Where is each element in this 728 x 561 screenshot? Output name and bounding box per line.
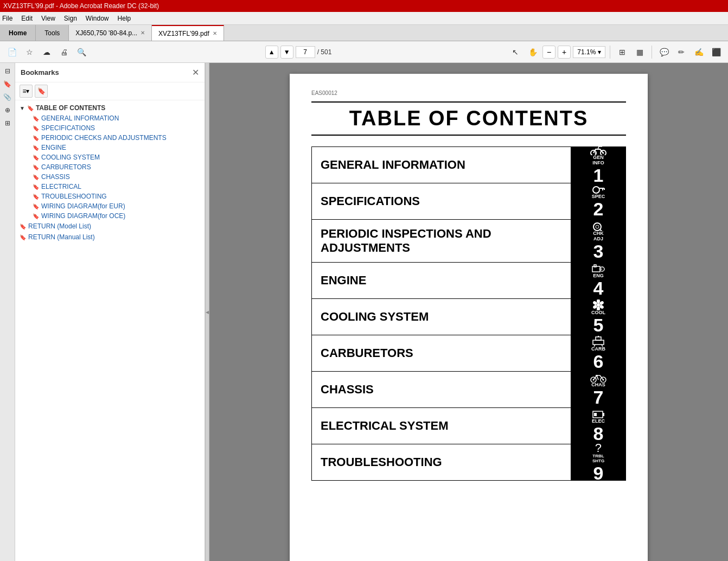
menu-window[interactable]: Window — [86, 15, 109, 22]
toc-label-spec: SPECIFICATIONS — [312, 183, 571, 219]
engine-icon — [591, 264, 605, 273]
badge-inner: SPEC 2 — [592, 184, 605, 218]
content-panel-button[interactable]: ⊞ — [2, 117, 14, 129]
menu-help[interactable]: Help — [118, 15, 131, 22]
badge-num: 3 — [593, 242, 604, 260]
bookmark-troubleshooting[interactable]: 🔖 TROUBLESHOOTING — [15, 192, 205, 201]
pan-tool[interactable]: ✋ — [525, 44, 540, 60]
sidebar-bookmark-button[interactable]: 🔖 — [35, 85, 48, 98]
badge-top: SPEC — [592, 184, 605, 200]
bookmark-icon: 🔖 — [33, 155, 39, 161]
bookmark-label: RETURN (Model List) — [28, 222, 91, 230]
pages-panel-button[interactable]: ⊟ — [2, 65, 14, 77]
page-number-input[interactable] — [296, 46, 315, 58]
export-button[interactable]: ⬛ — [708, 44, 724, 60]
toc-label-periodic: PERIODIC INSPECTIONS AND ADJUSTMENTS — [312, 220, 571, 262]
menu-file[interactable]: File — [2, 15, 12, 22]
print-button[interactable]: 🖨 — [56, 44, 72, 60]
bookmark-engine[interactable]: 🔖 ENGINE — [15, 143, 205, 152]
bookmark-toc-root[interactable]: ▼ 🔖 TABLE OF CONTENTS — [15, 103, 205, 113]
prev-page-button[interactable]: ▲ — [265, 46, 278, 59]
select-tool[interactable]: ↖ — [508, 44, 523, 60]
badge-inner: CHKADJ 3 — [592, 221, 605, 260]
upload-button[interactable]: ☁ — [39, 44, 54, 60]
menu-sign[interactable]: Sign — [64, 15, 77, 22]
sidebar-options-button[interactable]: ≡▾ — [20, 85, 33, 98]
svg-point-30 — [603, 379, 604, 381]
spreadsheet-button[interactable]: ▦ — [632, 44, 647, 60]
toc-row-general[interactable]: GENERAL INFORMATION — [311, 146, 626, 183]
tab-home[interactable]: Home — [0, 25, 36, 41]
badge-num: 5 — [593, 316, 604, 334]
bookmark-label: CHASSIS — [41, 173, 70, 181]
bookmark-icon: 🔖 — [33, 194, 39, 200]
tab-home-label: Home — [9, 29, 27, 37]
tab-doc2[interactable]: XVZ13TFL'99.pdf ✕ — [152, 25, 224, 41]
sidebar-close-button[interactable]: ✕ — [192, 67, 199, 78]
sign-button[interactable]: ✍ — [691, 44, 706, 60]
bookmark-return-manual[interactable]: 🔖 RETURN (Manual List) — [15, 232, 205, 243]
toc-title: TABLE OF CONTENTS — [311, 101, 626, 136]
toc-row-elec[interactable]: ELECTRICAL SYSTEM ELEC 8 — [311, 407, 626, 444]
bookmark-label: ENGINE — [41, 144, 66, 151]
zoom-out-button[interactable]: − — [542, 46, 555, 59]
bookmark-electrical[interactable]: 🔖 ELECTRICAL — [15, 182, 205, 192]
bookmark-specifications[interactable]: 🔖 SPECIFICATIONS — [15, 123, 205, 133]
sidebar-splitter[interactable] — [205, 63, 209, 561]
menu-edit[interactable]: Edit — [21, 15, 33, 22]
comment-button[interactable]: 💬 — [656, 44, 672, 60]
bookmark-wiring-oce[interactable]: 🔖 WIRING DIAGRAM(for OCE) — [15, 211, 205, 221]
bicycle-icon — [590, 373, 606, 382]
bookmark-periodic-checks[interactable]: 🔖 PERIODIC CHECKS AND ADJUSTMENTS — [15, 133, 205, 143]
bookmark-chassis[interactable]: 🔖 CHASSIS — [15, 172, 205, 182]
toc-row-carb[interactable]: CARBURETORS CARB — [311, 335, 626, 372]
key-icon — [592, 184, 605, 194]
search-button[interactable]: 🔍 — [74, 44, 89, 60]
badge-num: 8 — [593, 424, 604, 443]
new-button[interactable]: 📄 — [4, 44, 20, 60]
bookmark-icon: 🔖 — [33, 135, 39, 141]
layers-panel-button[interactable]: ⊕ — [2, 104, 14, 116]
menu-view[interactable]: View — [41, 15, 55, 22]
bookmark-cooling[interactable]: 🔖 COOLING SYSTEM — [15, 152, 205, 162]
toc-row-trbl[interactable]: TROUBLESHOOTING ? TRBLSHTG 9 — [311, 444, 626, 481]
bookmark-button[interactable]: ☆ — [22, 44, 37, 60]
toc-row-cooling[interactable]: COOLING SYSTEM — [311, 298, 626, 335]
left-strip: ⊟ 🔖 📎 ⊕ ⊞ — [0, 63, 15, 561]
toc-row-engine[interactable]: ENGINE ENG — [311, 262, 626, 299]
view-options-button[interactable]: ⊞ — [615, 44, 630, 60]
badge-top: GENINFO — [590, 145, 606, 166]
tab-doc1-close[interactable]: ✕ — [141, 30, 145, 36]
zoom-in-button[interactable]: + — [558, 46, 571, 59]
bookmark-icon: 🔖 — [33, 174, 39, 180]
bookmark-icon: 🔖 — [20, 224, 26, 229]
zoom-display[interactable]: 71.1% ▾ — [573, 46, 605, 58]
tab-doc2-close[interactable]: ✕ — [213, 30, 217, 36]
badge-code: GENINFO — [592, 155, 604, 166]
toc-row-chassis[interactable]: CHASSIS — [311, 371, 626, 408]
attachments-panel-button[interactable]: 📎 — [2, 91, 14, 103]
bookmark-wiring-eur[interactable]: 🔖 WIRING DIAGRAM(for EUR) — [15, 201, 205, 211]
bookmark-carburetors[interactable]: 🔖 CARBURETORS — [15, 162, 205, 172]
toc-label-chassis: CHASSIS — [312, 372, 571, 407]
toc-label-elec: ELECTRICAL SYSTEM — [312, 408, 571, 444]
tab-tools[interactable]: Tools — [36, 25, 69, 41]
badge-inner: CARB 6 — [591, 336, 605, 371]
badge-top: ENG — [591, 264, 605, 279]
bookmark-icon: 🔖 — [33, 184, 39, 190]
title-bar-text: XVZ13TFL'99.pdf - Adobe Acrobat Reader D… — [3, 2, 159, 10]
badge-inner: ? TRBLSHTG 9 — [592, 442, 604, 482]
bookmark-return-model[interactable]: 🔖 RETURN (Model List) — [15, 221, 205, 232]
fan-icon — [592, 299, 605, 310]
bookmark-general-info[interactable]: 🔖 GENERAL INFORMATION — [15, 113, 205, 123]
bookmarks-panel-button[interactable]: 🔖 — [2, 78, 14, 90]
svg-point-10 — [596, 225, 599, 228]
toc-row-periodic[interactable]: PERIODIC INSPECTIONS AND ADJUSTMENTS CHK… — [311, 219, 626, 263]
tab-doc1[interactable]: XJ650,750 '80-84.p... ✕ — [69, 25, 152, 41]
bookmark-label: RETURN (Manual List) — [28, 233, 95, 241]
next-page-button[interactable]: ▼ — [280, 46, 293, 59]
badge-inner: CHAS 7 — [590, 373, 606, 406]
svg-point-29 — [593, 379, 595, 381]
highlight-button[interactable]: ✏ — [674, 44, 689, 60]
toc-row-spec[interactable]: SPECIFICATIONS SPEC — [311, 183, 626, 220]
